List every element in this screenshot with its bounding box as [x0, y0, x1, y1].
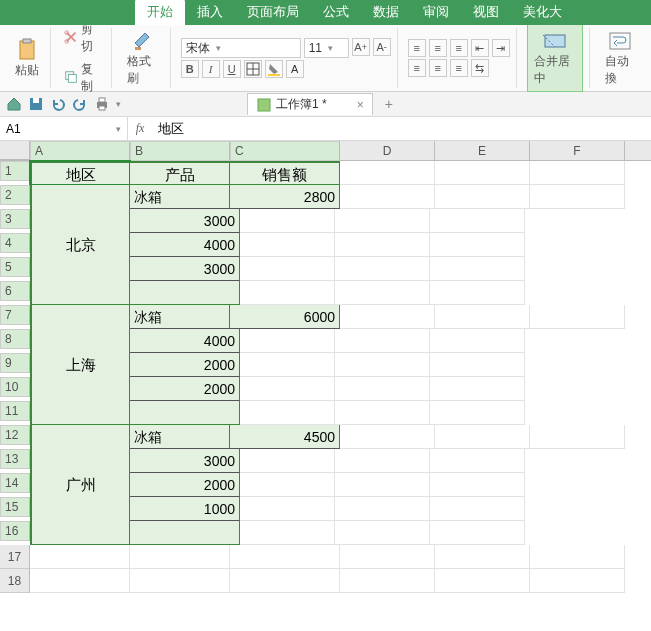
cell-F18[interactable] [530, 569, 625, 593]
formula-input[interactable]: 地区 [152, 120, 651, 138]
row-header-15[interactable]: 15 [0, 497, 30, 517]
cell-D16[interactable] [240, 521, 335, 545]
menu-tab-公式[interactable]: 公式 [311, 0, 361, 25]
cell-E4[interactable] [335, 233, 430, 257]
cell-D2[interactable] [340, 185, 435, 209]
cell-E8[interactable] [335, 329, 430, 353]
fx-icon[interactable]: fx [128, 121, 152, 136]
cell-B17[interactable] [130, 545, 230, 569]
menu-tab-视图[interactable]: 视图 [461, 0, 511, 25]
cell-E12[interactable] [435, 425, 530, 449]
cell-E14[interactable] [335, 473, 430, 497]
format-painter-button[interactable]: 格式刷 [122, 27, 163, 89]
row-header-18[interactable]: 18 [0, 569, 30, 593]
cell-A7[interactable]: 上海 [30, 305, 130, 425]
cell-F13[interactable] [430, 449, 525, 473]
cell-A2[interactable]: 北京 [30, 185, 130, 305]
cell-B2[interactable]: 冰箱 [130, 185, 230, 209]
cell-F8[interactable] [430, 329, 525, 353]
cell-D5[interactable] [240, 257, 335, 281]
align-bottom-button[interactable]: ≡ [450, 39, 468, 57]
cell-D9[interactable] [240, 353, 335, 377]
align-center-button[interactable]: ≡ [429, 59, 447, 77]
menu-tab-页面布局[interactable]: 页面布局 [235, 0, 311, 25]
cell-C12[interactable]: 4500 [230, 425, 340, 449]
close-icon[interactable]: × [357, 98, 364, 112]
cell-E5[interactable] [335, 257, 430, 281]
cell-C7[interactable]: 6000 [230, 305, 340, 329]
cell-F11[interactable] [430, 401, 525, 425]
cell-A18[interactable] [30, 569, 130, 593]
cell-A1[interactable]: 地区 [30, 161, 130, 185]
cell-A17[interactable] [30, 545, 130, 569]
align-top-button[interactable]: ≡ [408, 39, 426, 57]
cell-E6[interactable] [335, 281, 430, 305]
cell-F6[interactable] [430, 281, 525, 305]
decrease-font-button[interactable]: A- [373, 38, 391, 56]
menu-tab-数据[interactable]: 数据 [361, 0, 411, 25]
cell-D3[interactable] [240, 209, 335, 233]
italic-button[interactable]: I [202, 60, 220, 78]
cell-D4[interactable] [240, 233, 335, 257]
qat-more-caret-icon[interactable]: ▾ [116, 99, 121, 109]
col-header-E[interactable]: E [435, 141, 530, 160]
cell-F2[interactable] [530, 185, 625, 209]
cell-F15[interactable] [430, 497, 525, 521]
row-header-5[interactable]: 5 [0, 257, 30, 277]
row-header-10[interactable]: 10 [0, 377, 30, 397]
select-all-corner[interactable] [0, 141, 30, 160]
fill-color-button[interactable] [265, 60, 283, 78]
cell-F12[interactable] [530, 425, 625, 449]
menu-tab-插入[interactable]: 插入 [185, 0, 235, 25]
row-header-2[interactable]: 2 [0, 185, 30, 205]
cell-C14[interactable]: 2000 [130, 473, 240, 497]
cell-C18[interactable] [230, 569, 340, 593]
row-header-3[interactable]: 3 [0, 209, 30, 229]
borders-button[interactable] [244, 60, 262, 78]
cell-D6[interactable] [240, 281, 335, 305]
cell-E3[interactable] [335, 209, 430, 233]
cell-C13[interactable]: 3000 [130, 449, 240, 473]
cell-E1[interactable] [435, 161, 530, 185]
cell-C11[interactable] [130, 401, 240, 425]
cell-D17[interactable] [340, 545, 435, 569]
copy-button[interactable]: 复制 [61, 59, 105, 97]
cell-E10[interactable] [335, 377, 430, 401]
menu-tab-美化大[interactable]: 美化大 [511, 0, 574, 25]
name-box[interactable]: A1 ▾ [0, 117, 128, 140]
row-header-12[interactable]: 12 [0, 425, 30, 445]
cell-F17[interactable] [530, 545, 625, 569]
cell-F9[interactable] [430, 353, 525, 377]
cell-C9[interactable]: 2000 [130, 353, 240, 377]
row-header-16[interactable]: 16 [0, 521, 30, 541]
col-header-D[interactable]: D [340, 141, 435, 160]
cell-C1[interactable]: 销售额 [230, 161, 340, 185]
underline-button[interactable]: U [223, 60, 241, 78]
spreadsheet-grid[interactable]: ABCDEF 1地区产品销售额2北京冰箱28003洗衣机30004空调40005… [0, 141, 651, 593]
cell-E7[interactable] [435, 305, 530, 329]
menu-tab-审阅[interactable]: 审阅 [411, 0, 461, 25]
cell-F16[interactable] [430, 521, 525, 545]
cell-F5[interactable] [430, 257, 525, 281]
row-header-8[interactable]: 8 [0, 329, 30, 349]
cell-D15[interactable] [240, 497, 335, 521]
font-size-select[interactable]: 11▾ [304, 38, 349, 58]
row-header-11[interactable]: 11 [0, 401, 30, 421]
cell-D13[interactable] [240, 449, 335, 473]
cell-D18[interactable] [340, 569, 435, 593]
cell-B1[interactable]: 产品 [130, 161, 230, 185]
cell-F7[interactable] [530, 305, 625, 329]
cell-C8[interactable]: 4000 [130, 329, 240, 353]
paste-button[interactable]: 粘贴 [10, 36, 44, 81]
indent-inc-button[interactable]: ⇥ [492, 39, 510, 57]
cell-C6[interactable] [130, 281, 240, 305]
cell-D10[interactable] [240, 377, 335, 401]
row-header-17[interactable]: 17 [0, 545, 30, 569]
menu-tab-开始[interactable]: 开始 [135, 0, 185, 25]
home-icon[interactable] [6, 96, 22, 112]
redo-icon[interactable] [72, 96, 88, 112]
row-header-1[interactable]: 1 [0, 161, 30, 181]
col-header-B[interactable]: B [130, 141, 230, 161]
cell-C16[interactable] [130, 521, 240, 545]
font-color-button[interactable]: A [286, 60, 304, 78]
